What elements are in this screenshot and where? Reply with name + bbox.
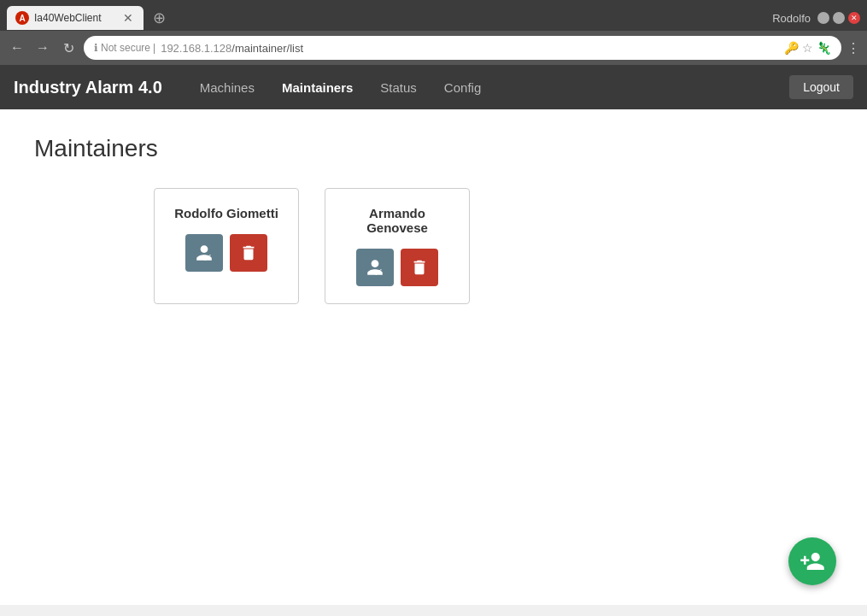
window-controls: ✕ [817, 12, 860, 24]
tab-close-button[interactable]: ✕ [121, 11, 135, 25]
nav-machines[interactable]: Machines [188, 75, 267, 100]
maintainer-name: Rodolfo Giometti [174, 206, 278, 220]
page-title: Maintainers [34, 135, 833, 162]
browser-user-label: Rodolfo [772, 12, 811, 25]
app-title: Industry Alarm 4.0 [14, 78, 162, 97]
app-navbar: Industry Alarm 4.0 Machines Maintainers … [0, 65, 867, 109]
gnome-icon: 🦎 [817, 41, 831, 55]
add-maintainer-fab[interactable] [788, 537, 836, 585]
more-menu-button[interactable]: ⋮ [846, 40, 860, 56]
delete-icon [239, 243, 258, 262]
address-bar: ← → ↻ ℹ Not secure | 192.168.1.128/maint… [0, 31, 867, 65]
tab-favicon: A [15, 11, 29, 25]
browser-menu-icons: ⋮ [846, 40, 860, 56]
add-person-icon [800, 549, 825, 574]
card-actions [185, 234, 267, 272]
page-content: Maintainers Rodolfo Giometti [0, 109, 867, 605]
card-actions [356, 249, 438, 286]
nav-links: Machines Maintainers Status Config [188, 75, 493, 100]
address-field[interactable]: ℹ Not secure | 192.168.1.128/maintainer/… [84, 36, 841, 60]
address-url: 192.168.1.128/maintainer/list [161, 42, 303, 55]
maintainer-card: Rodolfo Giometti [154, 188, 299, 304]
delete-icon [410, 258, 429, 277]
star-icon[interactable]: ☆ [802, 41, 813, 55]
edit-maintainer-button[interactable] [356, 249, 394, 286]
back-button[interactable]: ← [7, 38, 27, 58]
nav-status[interactable]: Status [368, 75, 429, 100]
logout-button[interactable]: Logout [789, 75, 853, 99]
maintainer-name: Armando Genovese [343, 206, 452, 235]
maintainer-card: Armando Genovese [325, 188, 470, 304]
nav-config[interactable]: Config [432, 75, 493, 100]
new-tab-button[interactable]: ⊕ [147, 6, 171, 30]
delete-maintainer-button[interactable] [230, 234, 267, 272]
close-button[interactable]: ✕ [848, 12, 860, 24]
info-icon: ℹ [94, 42, 98, 54]
browser-tab[interactable]: A Ia40WebClient ✕ [7, 6, 144, 30]
nav-maintainers[interactable]: Maintainers [270, 75, 365, 100]
key-icon: 🔑 [784, 41, 799, 55]
maintainers-grid: Rodolfo Giometti Armando Genovese [34, 188, 833, 304]
tab-title: Ia40WebClient [34, 12, 116, 24]
minimize-button[interactable] [817, 12, 829, 24]
security-indicator: ℹ Not secure | [94, 42, 155, 54]
delete-maintainer-button[interactable] [401, 249, 438, 286]
edit-maintainer-button[interactable] [185, 234, 223, 272]
maximize-button[interactable] [833, 12, 845, 24]
edit-icon [366, 258, 384, 277]
tab-bar: A Ia40WebClient ✕ ⊕ Rodolfo ✕ [0, 0, 867, 31]
forward-button[interactable]: → [32, 38, 53, 58]
edit-icon [195, 243, 214, 262]
browser-chrome: A Ia40WebClient ✕ ⊕ Rodolfo ✕ ← → ↻ ℹ No… [0, 0, 867, 65]
address-bar-icons: 🔑 ☆ 🦎 [784, 41, 831, 55]
reload-button[interactable]: ↻ [58, 38, 79, 58]
